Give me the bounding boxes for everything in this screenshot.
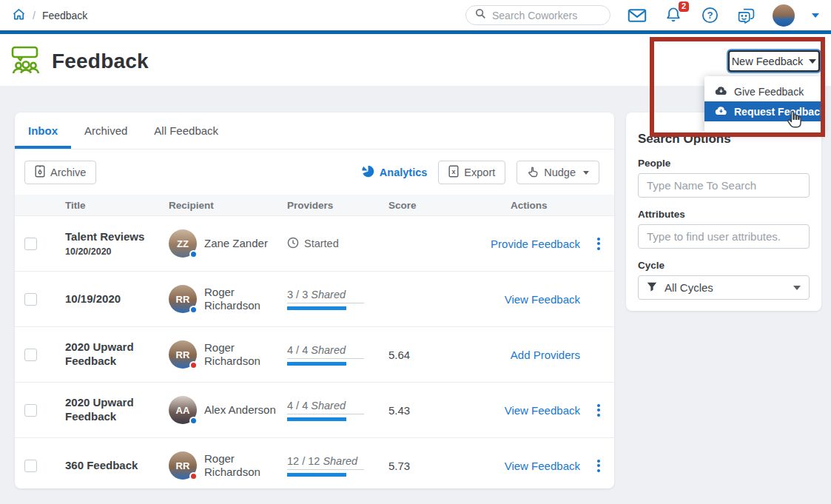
avatar-initials: RR: [176, 294, 190, 305]
coworker-search[interactable]: [465, 5, 610, 25]
messages-icon[interactable]: [628, 6, 647, 25]
view-feedback-link[interactable]: View Feedback: [505, 404, 580, 417]
home-icon[interactable]: [12, 7, 26, 23]
score-value: 5.64: [388, 349, 488, 361]
pie-chart-icon: [362, 165, 374, 180]
feedback-tabs: Inbox Archived All Feedback: [15, 112, 614, 149]
impressions-masks-icon[interactable]: [736, 6, 756, 25]
feedback-title: 2020 Upward Feedback: [65, 396, 169, 424]
feedback-date: 10/20/2020: [65, 246, 169, 257]
archive-label: Archive: [50, 167, 86, 178]
provide-feedback-link[interactable]: Provide Feedback: [491, 238, 580, 250]
score-value: 5.73: [388, 460, 488, 472]
notifications-icon[interactable]: 2: [664, 6, 683, 25]
user-avatar[interactable]: [773, 4, 795, 27]
presence-dot: [189, 417, 198, 425]
col-providers: Providers: [287, 200, 388, 211]
providers-progress[interactable]: 4 / 4 Shared: [287, 399, 364, 421]
recipient-name: Roger Richardson: [204, 341, 278, 368]
chevron-down-icon: [809, 59, 816, 64]
search-options-panel: Search Options People Attributes Cycle A…: [626, 112, 821, 311]
table-row: 360 Feedback RR Roger Richardson 12 / 12…: [15, 437, 614, 493]
row-checkbox[interactable]: [24, 349, 37, 361]
cloud-upload-icon: [715, 86, 727, 98]
table-row: 2020 Upward Feedback AA Alex Anderson 4 …: [15, 382, 614, 437]
breadcrumb: / Feedback: [12, 7, 87, 23]
breadcrumb-current[interactable]: Feedback: [42, 10, 87, 21]
row-menu-icon[interactable]: [595, 457, 602, 474]
providers-count: 4 / 4: [287, 344, 308, 356]
nudge-button[interactable]: Nudge: [517, 161, 599, 184]
providers-progress[interactable]: 3 / 3 Shared: [287, 288, 364, 310]
avatar: RR: [169, 340, 197, 369]
row-menu-icon[interactable]: [595, 235, 602, 252]
chevron-down-icon: [793, 286, 801, 290]
providers-shared-label: Shared: [323, 455, 357, 467]
feedback-title: 10/19/2020: [65, 292, 169, 306]
export-button[interactable]: x Export: [438, 161, 505, 184]
list-toolbar: Archive Analytics x Export: [15, 149, 614, 195]
avatar-initials: ZZ: [177, 238, 189, 249]
new-feedback-label: New Feedback: [732, 56, 804, 67]
add-providers-link[interactable]: Add Providers: [511, 349, 580, 361]
menu-item-give-feedback[interactable]: Give Feedback: [704, 81, 821, 101]
cloud-download-icon: [715, 106, 727, 118]
avatar: RR: [169, 285, 197, 313]
analytics-link[interactable]: Analytics: [362, 165, 427, 180]
table-header: Title Recipient Providers Score Actions: [15, 195, 614, 215]
tab-all-feedback[interactable]: All Feedback: [141, 112, 232, 149]
attributes-search-input[interactable]: [638, 224, 810, 249]
progress-bar: [287, 417, 346, 421]
view-feedback-link[interactable]: View Feedback: [505, 293, 580, 306]
row-checkbox[interactable]: [24, 238, 37, 250]
tab-inbox[interactable]: Inbox: [15, 112, 71, 149]
menu-item-request-feedback[interactable]: Request Feedback: [704, 101, 821, 121]
recipient-name: Zane Zander: [204, 237, 268, 250]
new-feedback-button[interactable]: New Feedback: [728, 50, 820, 72]
nav-right-cluster: 2 ?: [465, 4, 819, 27]
presence-dot: [189, 306, 198, 314]
search-input[interactable]: [492, 10, 596, 21]
archive-button[interactable]: Archive: [24, 161, 96, 184]
page-title: Feedback: [52, 50, 149, 73]
tab-archived[interactable]: Archived: [71, 112, 141, 149]
score-value: 5.43: [388, 404, 488, 417]
export-label: Export: [464, 167, 495, 178]
menu-item-label: Request Feedback: [734, 106, 826, 118]
row-checkbox[interactable]: [24, 293, 37, 306]
search-options-title: Search Options: [638, 132, 810, 147]
providers-progress[interactable]: 4 / 4 Shared: [287, 343, 364, 366]
attributes-label: Attributes: [638, 209, 810, 220]
col-actions: Actions: [488, 200, 614, 211]
view-feedback-link[interactable]: View Feedback: [505, 460, 580, 472]
avatar: RR: [169, 451, 197, 480]
people-label: People: [638, 158, 810, 169]
col-recipient: Recipient: [169, 200, 287, 211]
chevron-down-icon[interactable]: [812, 13, 819, 18]
new-feedback-menu: Give Feedback Request Feedback: [704, 76, 821, 132]
top-nav: / Feedback 2 ?: [0, 0, 831, 30]
cycle-value: All Cycles: [665, 281, 713, 294]
breadcrumb-separator: /: [33, 10, 36, 21]
avatar: ZZ: [169, 229, 197, 258]
table-row: Talent Reviews 10/20/2020 ZZ Zane Zander…: [15, 215, 614, 271]
avatar: AA: [169, 396, 197, 424]
feedback-title: 2020 Upward Feedback: [65, 340, 169, 369]
providers-progress[interactable]: 12 / 12 Shared: [287, 454, 364, 477]
progress-bar: [287, 473, 346, 477]
nav-accent-bar: [0, 30, 831, 34]
presence-dot: [189, 250, 198, 258]
nudge-label: Nudge: [544, 167, 576, 178]
providers-count: 12 / 12: [287, 455, 320, 467]
providers-shared-label: Shared: [311, 289, 346, 300]
feedback-title: 360 Feedback: [65, 459, 169, 473]
recipient-name: Roger Richardson: [204, 286, 278, 312]
help-icon[interactable]: ?: [700, 6, 719, 25]
cycle-select[interactable]: All Cycles: [638, 275, 810, 300]
avatar-initials: AA: [176, 405, 190, 416]
people-search-input[interactable]: [638, 173, 810, 198]
archive-zip-icon: [35, 165, 45, 180]
row-checkbox[interactable]: [24, 404, 37, 417]
row-checkbox[interactable]: [24, 460, 37, 472]
row-menu-icon[interactable]: [595, 402, 602, 419]
